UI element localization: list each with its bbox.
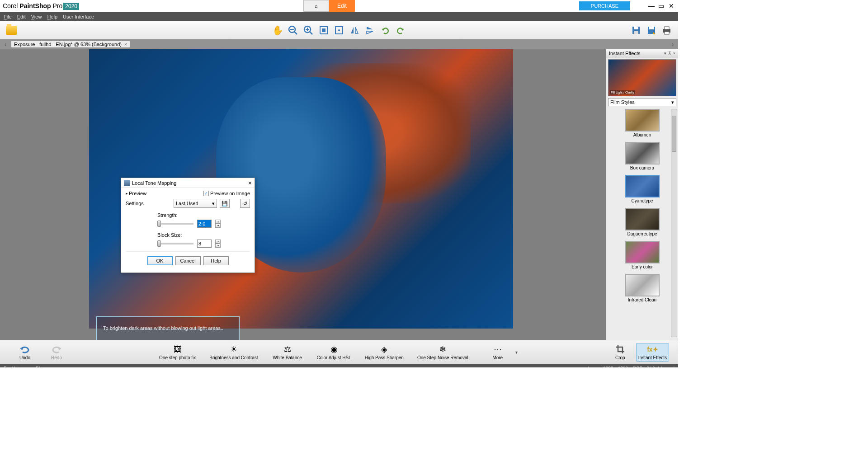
- purchase-button[interactable]: PURCHASE: [579, 1, 630, 10]
- document-tab-close[interactable]: ×: [124, 42, 127, 47]
- workspace-tab-home[interactable]: ⌂: [303, 0, 329, 12]
- zoom-in-button[interactable]: [302, 24, 315, 37]
- undo-button[interactable]: [378, 24, 392, 37]
- save-as-button[interactable]: [645, 24, 658, 37]
- effects-scrollbar[interactable]: [671, 109, 677, 337]
- bottom-high-pass-sharpen-button[interactable]: ◈High Pass Sharpen: [365, 344, 404, 360]
- tab-nav-right[interactable]: ›: [669, 41, 676, 48]
- bottom-redo-button: Redo: [41, 344, 72, 360]
- pan-button[interactable]: ✋: [271, 24, 284, 37]
- preview-on-image-checkbox[interactable]: ✓ Preview on Image: [203, 191, 250, 196]
- save-button[interactable]: [629, 24, 643, 37]
- reset-button[interactable]: ↺: [240, 199, 250, 208]
- adjust-icon: ◉: [328, 344, 340, 354]
- effect-preview: Fill Light / Clarity: [608, 59, 676, 96]
- redo-icon: [396, 25, 406, 35]
- cancel-button[interactable]: Cancel: [175, 256, 201, 265]
- fx-icon: fx✦: [647, 346, 658, 353]
- effect-item-daguerreotype[interactable]: Daguerreotype: [606, 208, 678, 236]
- bottom-color-adjust-hsl-button[interactable]: ◉Color Adjust HSL: [317, 344, 351, 360]
- effect-thumb: [625, 241, 660, 263]
- tip-description: To brighten dark areas without blowing o…: [103, 325, 232, 331]
- document-tab[interactable]: Exposure - fullhd - EN.jpg* @ 63% (Backg…: [11, 41, 130, 48]
- bottom-more-arrow[interactable]: ▾: [515, 350, 518, 355]
- panel-header[interactable]: Instant Effects ▾⊼×: [606, 49, 678, 57]
- effect-category-dropdown[interactable]: Film Styles▾: [608, 98, 676, 106]
- close-button[interactable]: ✕: [668, 3, 675, 9]
- bottom-instant-effects-button[interactable]: fx✦Instant Effects: [636, 343, 669, 362]
- menu-file[interactable]: File: [4, 14, 12, 19]
- strength-input[interactable]: [197, 220, 212, 228]
- settings-label: Settings: [126, 201, 171, 206]
- effect-item-early-color[interactable]: Early color: [606, 241, 678, 269]
- help-button[interactable]: Help: [203, 256, 229, 265]
- effect-thumb: [625, 175, 660, 197]
- flip-vertical-button[interactable]: [363, 24, 377, 37]
- flip-h-icon: [349, 25, 359, 35]
- bottom-undo-button[interactable]: Undo: [9, 344, 41, 360]
- year-badge: 2020: [63, 3, 79, 10]
- print-icon: [662, 25, 672, 35]
- effect-label: Albumen: [606, 132, 678, 137]
- bottom-one-step-noise-removal-button[interactable]: ❄One Step Noise Removal: [417, 344, 468, 360]
- bottom-crop-button[interactable]: Crop: [604, 344, 636, 360]
- effect-item-cyanotype[interactable]: Cyanotype: [606, 175, 678, 203]
- strength-slider[interactable]: [157, 223, 193, 225]
- flip-horizontal-button[interactable]: [348, 24, 361, 37]
- adjust-icon: ◈: [378, 344, 390, 354]
- menu-view[interactable]: View: [31, 14, 42, 19]
- fit-icon: [319, 25, 329, 35]
- preview-expand-toggle[interactable]: Preview: [126, 191, 146, 196]
- dialog-titlebar[interactable]: Local Tone Mapping ×: [121, 178, 255, 188]
- fit-window-button[interactable]: [317, 24, 330, 37]
- effect-list: AlbumenBox cameraCyanotypeDaguerreotypeE…: [606, 106, 678, 340]
- menu-edit[interactable]: Edit: [17, 14, 26, 19]
- tab-nav-left[interactable]: ‹: [2, 41, 9, 48]
- redo-button[interactable]: [394, 24, 407, 37]
- minimize-button[interactable]: —: [648, 3, 655, 9]
- bottom-more-button[interactable]: ⋯More: [482, 344, 514, 360]
- bottom-white-balance-button[interactable]: ⚖White Balance: [272, 344, 303, 360]
- block-size-input[interactable]: [197, 240, 212, 248]
- dialog-close-button[interactable]: ×: [248, 179, 252, 187]
- crop-icon: [615, 344, 625, 354]
- workspace-tab-edit[interactable]: Edit: [329, 0, 355, 12]
- strength-spinner[interactable]: ▴▾: [215, 220, 221, 228]
- canvas-area[interactable]: To brighten dark areas without blowing o…: [0, 49, 606, 340]
- block-size-slider[interactable]: [157, 243, 193, 244]
- effect-label: Early color: [606, 264, 678, 269]
- document-tab-bar: ‹ Exposure - fullhd - EN.jpg* @ 63% (Bac…: [0, 39, 678, 49]
- save-as-icon: [646, 25, 656, 35]
- preset-dropdown[interactable]: Last Used▾: [174, 199, 217, 208]
- effect-label: Cyanotype: [606, 198, 678, 203]
- svg-rect-12: [634, 27, 638, 29]
- adjust-icon: ❄: [437, 344, 448, 354]
- adjust-icon: ⋯: [492, 344, 504, 354]
- open-button[interactable]: [5, 24, 18, 37]
- save-preset-button[interactable]: 💾: [220, 199, 230, 208]
- block-size-spinner[interactable]: ▴▾: [215, 240, 221, 248]
- panel-close-icon[interactable]: ×: [673, 51, 675, 56]
- dialog-icon: [124, 180, 130, 186]
- effect-item-albumen[interactable]: Albumen: [606, 109, 678, 137]
- bottom-one-step-photo-fix-button[interactable]: 🖼One step photo fix: [159, 344, 196, 360]
- effect-item-infrared-clean[interactable]: Infrared Clean: [606, 274, 678, 302]
- undo-icon: [19, 345, 31, 354]
- effect-item-box-camera[interactable]: Box camera: [606, 142, 678, 170]
- maximize-button[interactable]: ▭: [658, 3, 665, 9]
- workspace: To brighten dark areas without blowing o…: [0, 49, 678, 340]
- effect-thumb: [625, 109, 660, 132]
- block-size-label: Block Size:: [157, 232, 250, 238]
- dialog-title: Local Tone Mapping: [132, 180, 176, 186]
- panel-menu-icon[interactable]: ▾: [664, 51, 666, 56]
- ok-button[interactable]: OK: [147, 256, 173, 265]
- print-button[interactable]: [660, 24, 674, 37]
- menu-ui[interactable]: User Interface: [63, 14, 94, 19]
- adjust-icon: ⚖: [282, 344, 293, 354]
- bottom-brightness-and-contrast-button[interactable]: ☀Brightness and Contrast: [209, 344, 258, 360]
- menu-help[interactable]: Help: [47, 14, 57, 19]
- zoom-out-button[interactable]: [286, 24, 300, 37]
- panel-pin-icon[interactable]: ⊼: [668, 51, 671, 56]
- chevron-down-icon: ▾: [671, 99, 674, 105]
- actual-size-button[interactable]: [332, 24, 346, 37]
